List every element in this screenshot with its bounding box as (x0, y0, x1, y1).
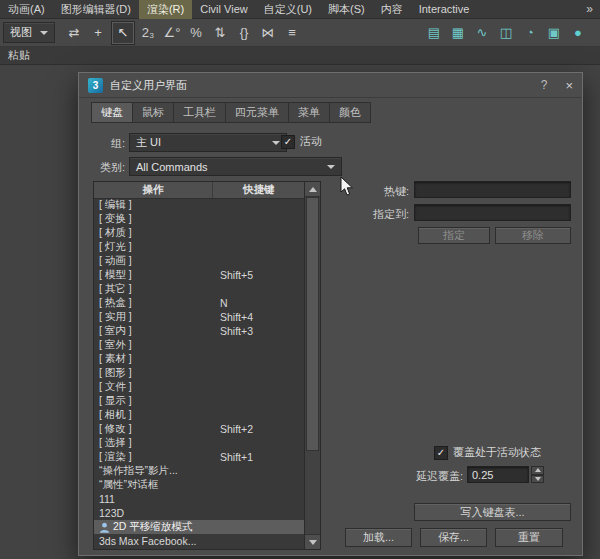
group-dropdown[interactable]: 主 UI (129, 133, 287, 152)
list-item[interactable]: [ 材质 ] (94, 226, 305, 240)
tab-colors[interactable]: 颜色 (330, 102, 371, 123)
paste-label[interactable]: 粘贴 (8, 48, 30, 63)
close-button[interactable]: × (565, 78, 573, 93)
list-item[interactable]: [ 素材 ] (94, 352, 305, 366)
column-header-shortcut[interactable]: 快捷键 (213, 182, 305, 198)
list-item[interactable]: 123D (94, 506, 305, 520)
assigned-to-input[interactable] (414, 204, 571, 221)
scroll-down-icon[interactable] (305, 534, 320, 549)
list-item[interactable]: [ 渲染 ]Shift+1 (94, 450, 305, 464)
column-header-action[interactable]: 操作 (94, 182, 213, 198)
menu-civil-view[interactable]: Civil View (192, 1, 255, 17)
spinner-down-icon[interactable] (531, 475, 544, 484)
tab-quads[interactable]: 四元菜单 (226, 102, 289, 123)
tab-keyboard[interactable]: 键盘 (91, 102, 133, 123)
list-item[interactable]: [ 变换 ] (94, 212, 305, 226)
list-header[interactable]: 操作 快捷键 (94, 182, 305, 199)
action-label: [ 素材 ] (99, 352, 132, 366)
list-item[interactable]: [ 灯光 ] (94, 240, 305, 254)
list-item[interactable]: [ 修改 ]Shift+2 (94, 422, 305, 436)
remove-button[interactable]: 移除 (495, 227, 571, 244)
scrollbar-thumb[interactable] (306, 197, 319, 451)
dialog-titlebar[interactable]: 3 自定义用户界面 ? × (79, 73, 582, 98)
list-item[interactable]: [ 图形 ] (94, 366, 305, 380)
list-item[interactable]: [ 室内 ]Shift+3 (94, 324, 305, 338)
list-item[interactable]: [ 文件 ] (94, 380, 305, 394)
list-item[interactable]: “属性”对话框 (94, 478, 305, 492)
named-selection-sets-icon[interactable]: {} (233, 22, 255, 44)
select-object-icon[interactable]: ↖ (111, 21, 135, 45)
percent-snap-icon[interactable]: % (185, 22, 207, 44)
align-icon[interactable]: ≡ (281, 22, 303, 44)
list-item[interactable]: 2D 平移缩放模式 (94, 520, 305, 534)
spinner-snap-icon[interactable]: ⇅ (209, 22, 231, 44)
shortcut-label: Shift+5 (220, 268, 253, 282)
list-item[interactable]: [ 编辑 ] (94, 198, 305, 212)
list-item[interactable]: [ 室外 ] (94, 338, 305, 352)
menu-animation[interactable]: 动画(A) (0, 0, 53, 19)
assign-button[interactable]: 指定 (418, 227, 490, 244)
list-item[interactable]: [ 动画 ] (94, 254, 305, 268)
select-and-link-icon[interactable]: ⇄ (63, 22, 85, 44)
viewport-layout-dropdown[interactable]: 视图 (3, 22, 55, 43)
angle-snap-icon[interactable]: ∠° (161, 22, 183, 44)
help-button[interactable]: ? (541, 78, 548, 92)
write-keyboard-chart-button[interactable]: 写入键盘表... (414, 503, 571, 521)
load-button[interactable]: 加载... (345, 528, 412, 547)
scroll-up-icon[interactable] (305, 182, 320, 197)
list-item[interactable]: [ 实用 ]Shift+4 (94, 310, 305, 324)
tab-mouse[interactable]: 鼠标 (133, 102, 174, 123)
hotkey-input[interactable] (414, 181, 571, 198)
checkbox-check-icon: ✓ (434, 446, 448, 460)
actions-list: 操作 快捷键 [ 编辑 ][ 变换 ][ 材质 ][ 灯光 ][ 动画 ][ 模… (93, 181, 321, 550)
shortcut-label: Shift+2 (220, 422, 253, 436)
active-checkbox[interactable]: ✓ 活动 (281, 134, 322, 149)
tab-menus[interactable]: 菜单 (289, 102, 330, 123)
list-item[interactable]: 111 (94, 492, 305, 506)
action-label: 3ds Max Facebook... (99, 535, 196, 547)
action-label: [ 热盒 ] (99, 296, 132, 310)
checkbox-check-icon: ✓ (281, 135, 295, 149)
mirror-icon[interactable]: ⋈ (257, 22, 279, 44)
override-active-checkbox[interactable]: ✓ 覆盖处于活动状态 (434, 445, 541, 460)
ribbon-icon[interactable]: ▦ (447, 22, 469, 44)
menu-interactive[interactable]: Interactive (411, 1, 478, 17)
list-item[interactable]: [ 其它 ] (94, 282, 305, 296)
menubar-items: 动画(A)图形编辑器(D)渲染(R)Civil View自定义(U)脚本(S)内… (0, 0, 477, 19)
delay-override-label: 延迟覆盖: (339, 469, 463, 484)
menu-customize[interactable]: 自定义(U) (256, 0, 320, 19)
save-button[interactable]: 保存... (420, 528, 487, 547)
list-item[interactable]: [ 相机 ] (94, 408, 305, 422)
list-item[interactable]: “操作指导”影片... (94, 464, 305, 478)
tab-toolbars[interactable]: 工具栏 (174, 102, 226, 123)
delay-override-field[interactable]: 0.25 (467, 466, 529, 483)
list-item[interactable]: [ 显示 ] (94, 394, 305, 408)
render-setup-icon[interactable]: ◔ (519, 22, 541, 44)
menu-overflow-button[interactable]: » (579, 2, 600, 16)
list-scrollbar[interactable] (304, 182, 320, 549)
dialog-tabs: 键盘鼠标工具栏四元菜单菜单颜色 (91, 102, 371, 123)
render-production-icon[interactable]: ● (567, 22, 589, 44)
spinner-up-icon[interactable] (531, 466, 544, 475)
snaps-toggle-icon[interactable]: 2₃ (137, 22, 159, 44)
reset-button[interactable]: 重置 (495, 528, 563, 547)
list-item[interactable]: [ 选择 ] (94, 436, 305, 450)
list-item[interactable]: [ 热盒 ]N (94, 296, 305, 310)
schematic-view-icon[interactable]: ◫ (495, 22, 517, 44)
category-dropdown[interactable]: All Commands (129, 157, 342, 176)
chevron-down-icon (327, 165, 335, 169)
list-item[interactable]: [ 模型 ]Shift+5 (94, 268, 305, 282)
menu-content[interactable]: 内容 (373, 0, 411, 19)
menu-graph-editors[interactable]: 图形编辑器(D) (53, 0, 139, 19)
action-label: [ 室内 ] (99, 324, 132, 338)
select-and-move-icon[interactable]: + (87, 22, 109, 44)
group-label: 组: (79, 136, 125, 151)
pan-zoom-mode-icon (99, 522, 110, 533)
list-item[interactable]: 3ds Max Facebook... (94, 534, 305, 548)
menu-rendering[interactable]: 渲染(R) (139, 0, 192, 19)
rendered-frame-icon[interactable]: ▣ (543, 22, 565, 44)
layer-manager-icon[interactable]: ▤ (423, 22, 445, 44)
menu-scripting[interactable]: 脚本(S) (320, 0, 373, 19)
curve-editor-icon[interactable]: ∿ (471, 22, 493, 44)
action-label: [ 室外 ] (99, 338, 132, 352)
